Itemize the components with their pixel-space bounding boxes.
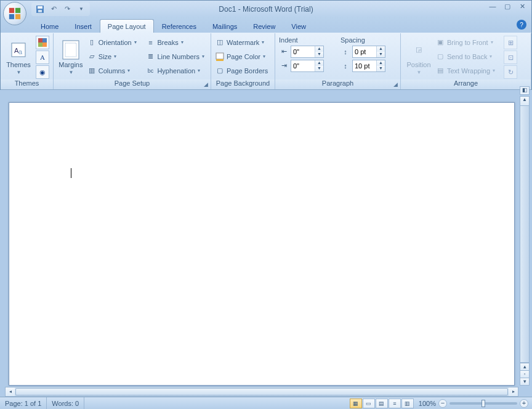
scroll-up-icon[interactable]: ▲ (520, 97, 529, 106)
tab-mailings[interactable]: Mailings (204, 19, 245, 33)
close-button[interactable]: ✕ (517, 2, 528, 10)
send-back-icon: ▢ (435, 52, 445, 62)
theme-colors-button[interactable] (36, 36, 49, 49)
group-paragraph: Indent ⇤ ▲▼ ⇥ ▲▼ Spacing ↕ ▲▼ ↕ ▲▼ Parag… (275, 33, 401, 89)
columns-button[interactable]: ▥Columns▾ (86, 63, 145, 78)
vertical-scrollbar[interactable]: ▲ ▼ (520, 96, 530, 372)
dialog-launcher-icon[interactable]: ◢ (202, 81, 209, 89)
window-title: Doc1 - Microsoft Word (Trial) (219, 5, 313, 14)
group-themes: Aa Themes ▼ A ◉ Themes (1, 33, 54, 89)
indent-right-icon: ⇥ (279, 61, 289, 71)
ruler-toggle[interactable]: ◧ (520, 86, 530, 95)
tab-home[interactable]: Home (33, 19, 66, 33)
quick-access-toolbar: ↶ ↷ ▼ (31, 2, 90, 16)
group-arrange: ◲ Position▼ ▣Bring to Front▾ ▢Send to Ba… (401, 33, 531, 89)
tab-references[interactable]: References (154, 19, 204, 33)
svg-rect-17 (216, 59, 224, 61)
view-full-screen[interactable]: ▭ (363, 399, 375, 408)
space-after-icon: ↕ (341, 61, 350, 71)
save-icon[interactable] (35, 4, 45, 14)
view-web-layout[interactable]: ▤ (376, 399, 388, 408)
svg-rect-3 (15, 14, 20, 19)
tab-page-layout[interactable]: Page Layout (100, 19, 154, 33)
line-numbers-button[interactable]: ≣Line Numbers▾ (144, 49, 208, 63)
tab-insert[interactable]: Insert (66, 19, 100, 33)
hyphenation-icon: bc (145, 66, 155, 76)
group-label: Themes (1, 79, 53, 89)
svg-rect-12 (38, 43, 42, 47)
group-button: ⊡ (504, 51, 517, 64)
restore-button[interactable]: ▢ (502, 2, 513, 10)
zoom-slider[interactable] (449, 402, 517, 405)
next-page-button[interactable]: ▾ (520, 378, 530, 386)
margins-button[interactable]: Margins▼ (56, 35, 86, 79)
text-wrapping-button: ▤Text Wrapping▾ (434, 63, 503, 78)
title-bar: ↶ ↷ ▼ Doc1 - Microsoft Word (Trial) — ▢ … (1, 1, 531, 17)
scroll-thumb[interactable] (15, 388, 508, 395)
redo-icon[interactable]: ↷ (62, 4, 72, 14)
hyphenation-button[interactable]: bcHyphenation▾ (144, 63, 208, 78)
page-color-button[interactable]: Page Color▾ (214, 49, 272, 63)
page-color-icon (215, 52, 225, 62)
themes-icon: Aa (9, 40, 28, 60)
indent-left-icon: ⇤ (279, 47, 289, 57)
dialog-launcher-icon[interactable]: ◢ (392, 81, 399, 89)
page-borders-button[interactable]: ▢Page Borders (214, 63, 272, 78)
help-icon[interactable]: ? (517, 20, 526, 30)
svg-rect-2 (9, 14, 14, 19)
page-borders-icon: ▢ (215, 66, 225, 76)
status-words[interactable]: Words: 0 (47, 397, 84, 409)
scroll-left-icon[interactable]: ◂ (6, 387, 15, 396)
position-button: ◲ Position▼ (403, 35, 434, 79)
horizontal-scrollbar[interactable]: ◂ ▸ (5, 387, 518, 397)
indent-right-input[interactable]: ▲▼ (291, 60, 324, 72)
view-print-layout[interactable]: ▦ (350, 399, 362, 408)
rotate-button: ↻ (504, 65, 517, 79)
ribbon-tabs: Home Insert Page Layout References Maili… (1, 17, 531, 33)
document-page[interactable] (9, 102, 515, 386)
indent-left-input[interactable]: ▲▼ (291, 46, 324, 58)
watermark-button[interactable]: ◫Watermark▾ (214, 35, 272, 49)
theme-effects-button[interactable]: ◉ (36, 65, 49, 79)
minimize-button[interactable]: — (487, 2, 498, 10)
space-before-icon: ↕ (341, 47, 350, 57)
svg-rect-11 (42, 38, 47, 43)
margins-icon (61, 40, 81, 60)
view-draft[interactable]: ▥ (401, 399, 414, 408)
zoom-in-button[interactable]: + (520, 399, 528, 408)
orientation-icon: ▯ (87, 38, 97, 47)
qat-customize-icon[interactable]: ▼ (76, 4, 86, 14)
position-icon: ◲ (409, 40, 429, 60)
svg-rect-6 (38, 10, 42, 12)
status-page[interactable]: Page: 1 of 1 (0, 397, 47, 409)
theme-fonts-button[interactable]: A (36, 51, 49, 64)
space-after-input[interactable]: ▲▼ (352, 60, 385, 72)
align-button: ⊞ (504, 36, 517, 49)
svg-rect-1 (15, 8, 20, 13)
undo-icon[interactable]: ↶ (49, 4, 58, 14)
tab-review[interactable]: Review (245, 19, 283, 33)
breaks-icon: ≡ (145, 38, 155, 47)
bring-to-front-button: ▣Bring to Front▾ (434, 35, 503, 49)
ribbon: Aa Themes ▼ A ◉ Themes Margins▼ ▯Orienta… (1, 33, 531, 90)
view-outline[interactable]: ≡ (389, 399, 401, 408)
size-icon: ▱ (87, 52, 97, 62)
send-to-back-button: ▢Send to Back▾ (434, 49, 503, 63)
chevron-down-icon: ▼ (17, 70, 22, 75)
status-bar: Page: 1 of 1 Words: 0 ▦ ▭ ▤ ≡ ▥ 100% − + (0, 397, 532, 409)
size-button[interactable]: ▱Size▾ (86, 49, 145, 63)
tab-view[interactable]: View (283, 19, 314, 33)
text-wrap-icon: ▤ (435, 66, 445, 76)
scroll-right-icon[interactable]: ▸ (509, 387, 518, 396)
svg-text:a: a (18, 48, 23, 55)
orientation-button[interactable]: ▯Orientation▾ (86, 35, 145, 49)
columns-icon: ▥ (87, 66, 97, 76)
zoom-level[interactable]: 100% (419, 400, 436, 407)
breaks-button[interactable]: ≡Breaks▾ (144, 35, 208, 49)
zoom-out-button[interactable]: − (438, 399, 447, 408)
space-before-input[interactable]: ▲▼ (352, 46, 385, 58)
themes-button[interactable]: Aa Themes ▼ (3, 35, 34, 79)
svg-rect-10 (38, 38, 42, 43)
office-button[interactable] (3, 2, 26, 25)
workspace: ◧ ▲ ▼ ▴ ◦ ▾ ◂ ▸ (0, 90, 532, 397)
